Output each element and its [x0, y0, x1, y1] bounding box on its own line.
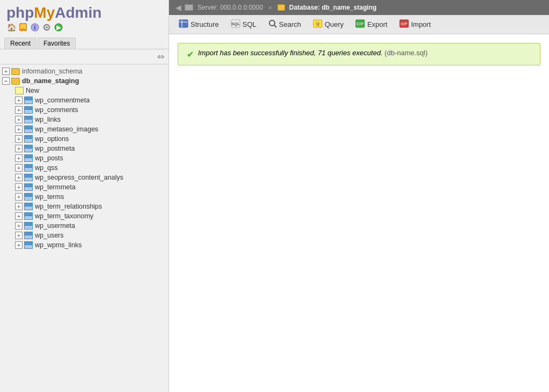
svg-rect-8: [179, 20, 188, 27]
table-icon: [24, 203, 33, 210]
table-item-wp-term-relationships[interactable]: + wp_term_relationships: [0, 202, 169, 211]
expand-icon[interactable]: +: [15, 106, 23, 114]
expand-icon[interactable]: +: [15, 241, 23, 249]
folder-icon: [11, 68, 20, 75]
table-icon: [24, 125, 33, 133]
success-check-icon: ✔: [187, 49, 194, 60]
home-icon[interactable]: 🏠: [6, 23, 16, 32]
expand-icon[interactable]: +: [15, 125, 23, 133]
table-label: wp_usermeta: [35, 222, 75, 230]
export-icon: EXP: [355, 19, 365, 29]
breadcrumb-bar: ◀ Server: 000.0.0.0:0000 » Database: db_…: [169, 0, 549, 15]
table-item-wp-users[interactable]: + wp_users: [0, 231, 169, 240]
table-label: wp_term_taxonomy: [35, 212, 93, 220]
db-item-information-schema[interactable]: + − information_schema: [0, 66, 169, 76]
logo-php: php: [6, 4, 34, 21]
search-icon: [268, 19, 277, 29]
settings-icon[interactable]: [42, 23, 52, 32]
db-label: db_name_staging: [22, 77, 79, 85]
main-area: ◀ Server: 000.0.0.0:0000 » Database: db_…: [169, 0, 549, 392]
import-button[interactable]: IMP Import: [394, 17, 436, 32]
tree-container[interactable]: + − information_schema − db_name_staging…: [0, 64, 169, 392]
bookmark-icon[interactable]: [18, 23, 28, 32]
collapse-icon[interactable]: −: [2, 77, 10, 85]
expand-icon[interactable]: +: [2, 68, 10, 75]
table-icon: [24, 241, 33, 249]
expand-icon[interactable]: +: [15, 97, 23, 104]
table-label: wp_commentmeta: [35, 97, 90, 104]
structure-icon: [179, 19, 188, 29]
tab-recent[interactable]: Recent: [4, 38, 36, 49]
expand-icon[interactable]: +: [15, 222, 23, 230]
table-label: wp_links: [35, 116, 61, 123]
table-item-wp-commentmeta[interactable]: + wp_commentmeta: [0, 95, 169, 105]
table-item-wp-options[interactable]: + wp_options: [0, 134, 169, 144]
expand-icon[interactable]: +: [15, 183, 23, 191]
expand-icon[interactable]: +: [15, 232, 23, 239]
table-label: wp_termmeta: [35, 183, 76, 191]
export-button[interactable]: EXP Export: [350, 17, 393, 32]
breadcrumb-sep: »: [268, 4, 272, 11]
table-item-wp-metaseo-images[interactable]: + wp_metaseo_images: [0, 124, 169, 134]
sidebar: phpMyAdmin 🏠 i ▶: [0, 0, 169, 392]
logo-my: My: [34, 4, 55, 21]
table-item-wp-links[interactable]: + wp_links: [0, 115, 169, 124]
query-button[interactable]: Q Query: [308, 17, 349, 32]
table-item-new[interactable]: New: [0, 86, 169, 95]
table-label: wp_postmeta: [35, 145, 75, 152]
table-icon: [24, 97, 33, 104]
expand-icon[interactable]: +: [15, 164, 23, 172]
query-icon: Q: [313, 19, 323, 29]
breadcrumb-db[interactable]: Database: db_name_staging: [289, 4, 377, 11]
expand-icon[interactable]: +: [15, 174, 23, 181]
import-icon: IMP: [399, 19, 409, 29]
content-area: ✔ Import has been successfully finished,…: [169, 34, 549, 392]
server-icon-small: [185, 4, 193, 11]
breadcrumb-server[interactable]: Server: 000.0.0.0:0000: [197, 4, 263, 11]
expand-icon[interactable]: +: [15, 145, 23, 152]
back-arrow[interactable]: ◀: [175, 3, 181, 12]
table-item-wp-terms[interactable]: + wp_terms: [0, 192, 169, 202]
expand-icon[interactable]: +: [15, 135, 23, 143]
table-item-wp-term-taxonomy[interactable]: + wp_term_taxonomy: [0, 211, 169, 221]
sql-button[interactable]: SQL SQL: [225, 17, 262, 32]
expand-icon[interactable]: +: [15, 116, 23, 123]
new-table-icon: [15, 87, 24, 94]
table-label: wp_posts: [35, 154, 63, 162]
success-banner: ✔ Import has been successfully finished,…: [178, 43, 540, 65]
app-container: phpMyAdmin 🏠 i ▶: [0, 0, 549, 392]
tab-favorites[interactable]: Favorites: [38, 38, 76, 49]
table-item-wp-seopress-content-analys[interactable]: + wp_seopress_content_analys: [0, 173, 169, 182]
table-item-wp-qss[interactable]: + wp_qss: [0, 163, 169, 173]
expand-icon[interactable]: +: [15, 203, 23, 210]
logo: phpMyAdmin: [6, 5, 162, 20]
toolbar: Structure SQL SQL Search Q Query: [169, 15, 549, 34]
info-icon[interactable]: i: [30, 23, 40, 32]
search-button[interactable]: Search: [263, 17, 306, 32]
search-label: Search: [279, 20, 301, 28]
expand-icon[interactable]: +: [15, 154, 23, 162]
table-item-wp-wpms-links[interactable]: + wp_wpms_links: [0, 240, 169, 250]
exit-icon[interactable]: ▶: [54, 23, 63, 32]
export-label: Export: [367, 20, 387, 28]
expand-icon[interactable]: +: [15, 193, 23, 201]
table-label: wp_wpms_links: [35, 241, 82, 249]
expand-icon[interactable]: +: [15, 212, 23, 220]
table-item-wp-posts[interactable]: + wp_posts: [0, 153, 169, 163]
table-label: wp_terms: [35, 193, 64, 201]
db-label: information_schema: [22, 68, 83, 75]
link-icon-row: ⇔: [0, 49, 169, 64]
table-item-wp-comments[interactable]: + wp_comments: [0, 105, 169, 115]
db-item-db-name-staging[interactable]: − db_name_staging: [0, 76, 169, 86]
svg-line-14: [274, 25, 276, 27]
table-label: wp_metaseo_images: [35, 125, 98, 133]
logo-admin: Admin: [55, 4, 101, 21]
table-item-wp-usermeta[interactable]: + wp_usermeta: [0, 221, 169, 231]
structure-button[interactable]: Structure: [173, 17, 224, 32]
sql-icon: SQL: [231, 19, 240, 29]
sql-label: SQL: [243, 20, 257, 28]
table-item-wp-termmeta[interactable]: + wp_termmeta: [0, 182, 169, 192]
table-item-wp-postmeta[interactable]: + wp_postmeta: [0, 144, 169, 153]
table-icon: [24, 212, 33, 220]
link-icon[interactable]: ⇔: [157, 51, 164, 62]
